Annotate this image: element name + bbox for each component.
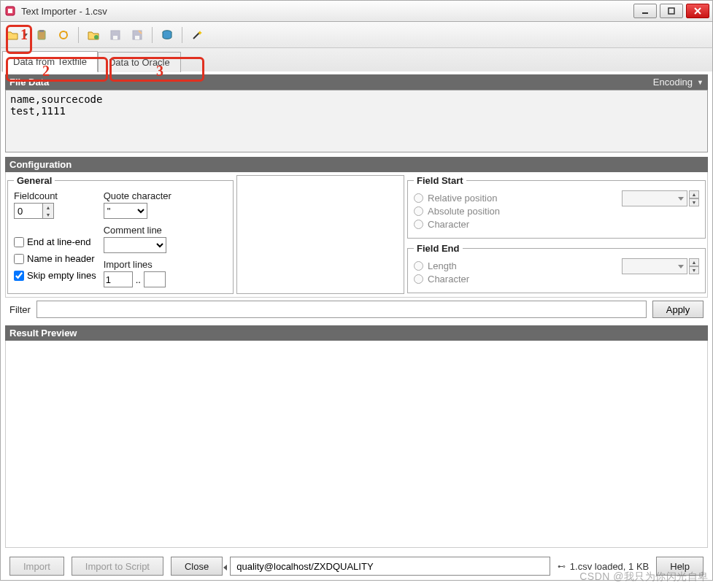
- field-start-relative-label: Relative position: [428, 193, 497, 204]
- encoding-dropdown-icon[interactable]: ▼: [697, 79, 704, 86]
- import-lines-label: Import lines: [104, 259, 171, 270]
- fieldcount-label: Fieldcount: [14, 190, 96, 201]
- encoding-label[interactable]: Encoding: [653, 77, 693, 88]
- connection-text: quality@localhost/ZXDQUALITY: [236, 561, 373, 572]
- field-end-value-combo[interactable]: [622, 258, 687, 274]
- field-start-legend: Field Start: [414, 175, 466, 186]
- tab-bar: Data from Textfile Data to Oracle: [0, 48, 713, 71]
- import-lines-separator: ..: [136, 274, 141, 285]
- end-at-line-end-checkbox[interactable]: [14, 237, 24, 247]
- result-preview-body: [5, 341, 708, 548]
- content-area: File Data Encoding ▼ name,sourcecode tes…: [0, 71, 713, 581]
- filter-input[interactable]: [36, 301, 647, 318]
- result-preview-header: Result Preview: [5, 325, 708, 341]
- open-config-icon[interactable]: [85, 26, 102, 44]
- field-start-relative-radio[interactable]: [414, 193, 423, 203]
- svg-rect-1: [8, 9, 12, 13]
- import-lines-from-input[interactable]: [104, 271, 133, 287]
- import-button[interactable]: Import: [9, 557, 64, 576]
- configuration-title: Configuration: [9, 159, 72, 170]
- svg-rect-11: [113, 36, 117, 39]
- field-start-absolute-radio[interactable]: [414, 206, 423, 216]
- result-preview-title: Result Preview: [9, 328, 77, 339]
- field-start-value-combo[interactable]: [622, 190, 687, 206]
- app-icon: [4, 4, 17, 18]
- field-end-fieldset: Field End Length Character ▲▼: [407, 243, 706, 293]
- fieldcount-input[interactable]: [14, 203, 43, 219]
- quote-char-label: Quote character: [104, 190, 171, 201]
- field-end-character-radio[interactable]: [414, 274, 423, 284]
- field-start-character-radio[interactable]: [414, 220, 423, 229]
- svg-point-9: [94, 35, 99, 39]
- tab-data-from-textfile[interactable]: Data from Textfile: [2, 51, 98, 72]
- field-end-character-label: Character: [428, 274, 469, 285]
- general-legend: General: [14, 175, 55, 186]
- file-status-icon: ⊷: [558, 562, 566, 571]
- toolbar: [0, 22, 713, 48]
- titlebar: Text Importer - 1.csv: [0, 0, 713, 22]
- configuration-header: Configuration: [5, 157, 708, 172]
- apply-button[interactable]: Apply: [652, 301, 704, 318]
- open-file-dropdown-icon[interactable]: [23, 32, 28, 38]
- fieldcount-spinner[interactable]: ▲▼: [43, 203, 54, 219]
- save-icon[interactable]: [107, 26, 124, 44]
- tab-data-to-oracle[interactable]: Data to Oracle: [98, 52, 181, 72]
- end-at-line-end-label: End at line-end: [27, 236, 90, 247]
- import-lines-to-input[interactable]: [144, 271, 166, 287]
- field-start-value-spinner[interactable]: ▲▼: [689, 190, 699, 206]
- general-fieldset: General Fieldcount ▲▼ End at line-end Na…: [7, 175, 234, 294]
- fields-listbox[interactable]: [236, 175, 404, 294]
- maximize-button[interactable]: [660, 4, 683, 18]
- comment-line-label: Comment line: [104, 225, 171, 236]
- wizard-icon[interactable]: [188, 26, 206, 44]
- comment-line-select[interactable]: [104, 237, 166, 253]
- open-file-icon[interactable]: [4, 26, 21, 44]
- svg-rect-13: [135, 36, 139, 39]
- database-icon[interactable]: [158, 26, 176, 44]
- close-window-button[interactable]: [686, 4, 709, 18]
- svg-rect-3: [668, 8, 674, 14]
- skip-empty-lines-checkbox[interactable]: [14, 271, 24, 281]
- connection-selector[interactable]: quality@localhost/ZXDQUALITY: [230, 557, 550, 576]
- name-in-header-checkbox[interactable]: [14, 254, 24, 264]
- field-end-legend: Field End: [414, 243, 463, 254]
- close-button[interactable]: Close: [171, 557, 223, 576]
- field-end-length-label: Length: [428, 260, 457, 271]
- refresh-icon[interactable]: [55, 26, 72, 44]
- file-data-header: File Data Encoding ▼: [5, 74, 708, 90]
- name-in-header-label: Name in header: [27, 253, 95, 264]
- file-data-title: File Data: [9, 77, 49, 88]
- field-start-fieldset: Field Start Relative position Absolute p…: [407, 175, 706, 239]
- skip-empty-lines-label: Skip empty lines: [27, 270, 96, 281]
- paste-icon[interactable]: [33, 26, 50, 44]
- field-end-value-spinner[interactable]: ▲▼: [689, 258, 699, 274]
- filter-label: Filter: [9, 304, 31, 315]
- minimize-button[interactable]: [633, 4, 657, 18]
- field-start-character-label: Character: [428, 219, 469, 230]
- svg-rect-7: [39, 30, 44, 32]
- quote-char-select[interactable]: ": [104, 203, 147, 219]
- file-data-content: name,sourcecode test,1111: [5, 90, 708, 152]
- window-title: Text Importer - 1.csv: [21, 6, 633, 17]
- field-end-length-radio[interactable]: [414, 261, 423, 271]
- save-as-icon[interactable]: [128, 26, 146, 44]
- field-start-absolute-label: Absolute position: [428, 206, 500, 217]
- watermark: CSDN @我只为你闪光自卑: [579, 570, 709, 584]
- import-to-script-button[interactable]: Import to Script: [72, 557, 163, 576]
